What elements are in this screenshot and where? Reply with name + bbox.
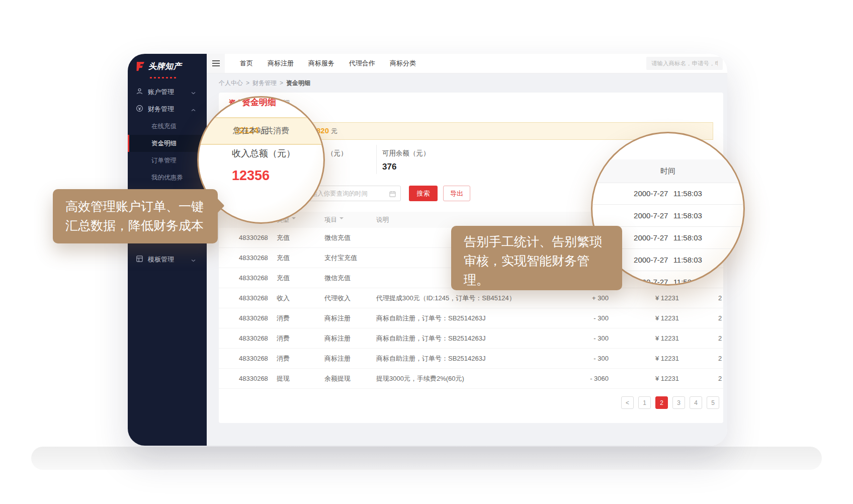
menu-item-trademark-register[interactable]: 商标注册 xyxy=(268,59,294,68)
cell-time: 2 xyxy=(679,355,723,362)
pagination-page-4[interactable]: 4 xyxy=(690,396,702,409)
cell-item: 商标注册 xyxy=(324,354,376,363)
cell-order: 48330268 xyxy=(239,254,277,262)
cell-type: 充值 xyxy=(277,254,324,263)
pagination-prev-button[interactable]: < xyxy=(621,396,634,409)
cell-amount: - 3060 xyxy=(543,375,609,382)
cell-time: 2 xyxy=(679,375,723,382)
brand-name: 头牌知产 xyxy=(148,61,182,72)
pagination-page-2-active[interactable]: 2 xyxy=(655,396,668,409)
sidebar-item-finance[interactable]: 财务管理 xyxy=(128,101,207,118)
breadcrumb-separator: > xyxy=(246,79,249,87)
magnified-income-label: 收入总额（元） xyxy=(232,147,295,159)
callout-right: 告别手工统计、告别繁琐 审核，实现智能财务管 理。 xyxy=(451,226,622,290)
sidebar-subitem-label: 在线充值 xyxy=(151,122,177,131)
stat-balance-label: 可用余额（元） xyxy=(382,149,430,158)
cell-time: 2 xyxy=(679,334,723,342)
breadcrumb-separator: > xyxy=(280,79,283,87)
cell-type: 提现 xyxy=(277,374,324,383)
banner-suffix: 元 xyxy=(331,127,337,135)
header-item[interactable]: 项目 xyxy=(324,216,376,224)
magnified-time-cell: 2000-7-27 11:58:03 xyxy=(592,183,743,205)
cell-item: 支付宝充值 xyxy=(324,254,376,263)
header-desc: 说明 xyxy=(376,216,543,224)
cell-item: 余额提现 xyxy=(324,374,376,383)
cell-balance: ¥ 12231 xyxy=(609,314,679,322)
cell-type: 充值 xyxy=(277,274,324,283)
cell-desc: 提现3000元，手续费2%(60元) xyxy=(376,374,543,383)
sort-caret-icon xyxy=(339,217,344,221)
callout-right-line: 告别手工统计、告别繁琐 xyxy=(464,232,622,251)
table-row: 48330268 消费 商标注册 商标自助注册，订单号：SB2514263J -… xyxy=(219,349,723,369)
menu-item-trademark-category[interactable]: 商标分类 xyxy=(390,59,416,68)
sidebar-subitem-label: 我的优惠券 xyxy=(151,174,183,182)
stat-balance: 可用余额（元） 376 xyxy=(382,149,430,172)
stat-balance-value: 376 xyxy=(382,162,430,172)
cell-item: 代理收入 xyxy=(324,294,376,303)
top-navbar: 首页 商标注册 商标服务 代理合作 商标分类 xyxy=(207,54,727,73)
table-row: 48330268 提现 余额提现 提现3000元，手续费2%(60元) - 30… xyxy=(219,369,723,389)
export-button[interactable]: 导出 xyxy=(443,186,470,201)
menu-item-trademark-service[interactable]: 商标服务 xyxy=(308,59,334,68)
cell-item: 微信充值 xyxy=(324,233,376,242)
trademark-search-input[interactable] xyxy=(646,57,723,70)
hamburger-menu-button[interactable] xyxy=(207,54,225,73)
menu-item-agent-cooperation[interactable]: 代理合作 xyxy=(349,59,375,68)
cell-amount: - 300 xyxy=(543,334,609,342)
pagination-page-5[interactable]: 5 xyxy=(707,396,719,409)
cell-balance: ¥ 12231 xyxy=(609,294,679,302)
table-row: 48330268 消费 商标注册 商标自助注册，订单号：SB2514263J -… xyxy=(219,328,723,349)
pagination: < 1 2 3 4 5 xyxy=(621,396,719,409)
sidebar-item-order-management[interactable]: 订单管理 xyxy=(128,152,207,169)
template-icon xyxy=(136,255,148,264)
chevron-down-icon xyxy=(191,89,200,96)
sidebar-item-online-recharge[interactable]: 在线充值 xyxy=(128,118,207,135)
cell-desc: 代理提成300元（ID:1245，订单号：SB45124） xyxy=(376,294,543,303)
cell-amount: - 300 xyxy=(543,314,609,322)
magnified-tab-label: 资金明细 xyxy=(242,97,276,108)
breadcrumb-finance[interactable]: 财务管理 xyxy=(252,79,277,88)
cell-type: 消费 xyxy=(277,314,324,323)
sidebar-item-account[interactable]: 账户管理 xyxy=(128,83,207,101)
top-menu: 首页 商标注册 商标服务 代理合作 商标分类 xyxy=(240,59,416,68)
cell-item: 商标注册 xyxy=(324,334,376,343)
breadcrumb-personal-center[interactable]: 个人中心 xyxy=(219,79,243,88)
sidebar-subitem-label: 订单管理 xyxy=(151,156,177,165)
sidebar-item-fund-detail[interactable]: 资金明细 xyxy=(128,135,207,152)
cell-order: 48330268 xyxy=(239,274,277,282)
cell-amount: + 300 xyxy=(543,294,609,302)
table-row: 48330268 消费 商标注册 商标自助注册，订单号：SB2514263J -… xyxy=(219,308,723,328)
magnified-time-header: 时间 xyxy=(592,159,743,183)
chevron-up-icon xyxy=(191,106,200,113)
cell-balance: ¥ 12231 xyxy=(609,375,679,382)
sidebar-item-my-coupons[interactable]: 我的优惠券 xyxy=(128,169,207,186)
cell-item: 微信充值 xyxy=(324,274,376,283)
brand-logo: 头牌知产 xyxy=(128,54,207,80)
sidebar: 头牌知产 账户管理 财务管理 xyxy=(128,54,207,446)
cell-time: 2 xyxy=(679,314,723,322)
user-icon xyxy=(136,88,148,97)
search-button[interactable]: 搜索 xyxy=(409,186,438,201)
cell-order: 48330268 xyxy=(239,375,277,382)
callout-left: 高效管理账户订单、一键 汇总数据，降低财务成本 xyxy=(53,189,218,243)
brand-tagline-decoration xyxy=(150,77,176,78)
cell-amount: - 300 xyxy=(543,355,609,362)
sidebar-item-template[interactable]: 模板管理 xyxy=(128,251,207,268)
cell-type: 充值 xyxy=(277,233,324,242)
calendar-icon[interactable] xyxy=(389,190,396,199)
coin-icon xyxy=(136,105,148,114)
pagination-page-3[interactable]: 3 xyxy=(672,396,685,409)
laptop-base xyxy=(31,447,822,470)
breadcrumb-current: 资金明细 xyxy=(286,79,310,88)
cell-time: 2 xyxy=(679,294,723,302)
sidebar-item-label: 模板管理 xyxy=(148,255,174,264)
cell-order: 48330268 xyxy=(239,334,277,342)
menu-item-home[interactable]: 首页 xyxy=(240,59,253,68)
pagination-page-1[interactable]: 1 xyxy=(638,396,651,409)
sidebar-item-label: 账户管理 xyxy=(148,88,174,97)
cell-type: 收入 xyxy=(277,294,324,303)
sidebar-subitem-label: 资金明细 xyxy=(151,139,177,148)
callout-left-line: 高效管理账户订单、一键 xyxy=(65,197,218,216)
table-row: 48330268 收入 代理收入 代理提成300元（ID:1245，订单号：SB… xyxy=(219,288,723,308)
brand-logo-icon xyxy=(135,61,145,74)
